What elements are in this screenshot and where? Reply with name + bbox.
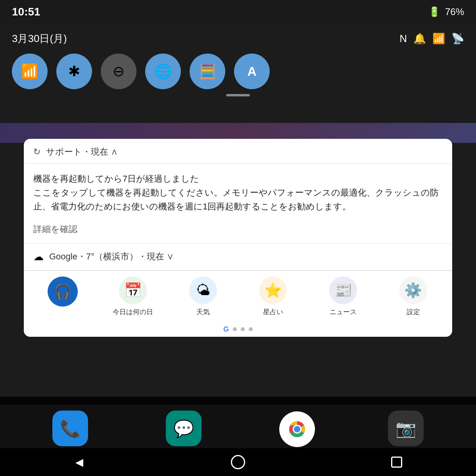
wifi-status-icon: 📶 bbox=[432, 33, 445, 45]
status-icons-group: 🔋 76% bbox=[428, 6, 464, 17]
signal-icon: 📡 bbox=[451, 33, 464, 45]
weather-label: 天気 bbox=[196, 307, 210, 317]
restart-icon: ↻ bbox=[33, 147, 40, 157]
calendar-icon: 📅 bbox=[119, 276, 147, 304]
app-shortcut-calendar[interactable]: 📅 今日は何の日 bbox=[98, 276, 168, 317]
horoscope-icon: ⭐ bbox=[259, 276, 287, 304]
tile-bluetooth[interactable]: ✱ bbox=[56, 54, 92, 89]
date-row: 3月30日(月) N 🔔 📶 📡 bbox=[12, 32, 464, 46]
battery-percentage: 76% bbox=[445, 6, 464, 17]
status-bar: 10:51 🔋 76% bbox=[0, 0, 476, 24]
nav-bar: ◀ bbox=[0, 448, 476, 476]
phone-emoji: 📞 bbox=[60, 419, 81, 438]
support-icon: 🎧 bbox=[48, 276, 78, 307]
camera-emoji: 📷 bbox=[395, 419, 416, 438]
weather-text: Google・7°（横浜市）・現在 ∨ bbox=[49, 251, 174, 263]
handle-bar bbox=[226, 94, 250, 96]
weather-app-icon: 🌤 bbox=[189, 276, 217, 304]
chrome-svg bbox=[285, 417, 309, 441]
news-emoji: 📰 bbox=[334, 282, 352, 299]
app-shortcut-settings[interactable]: ⚙️ 設定 bbox=[378, 276, 448, 317]
quick-settings-panel: 3月30日(月) N 🔔 📶 📡 📶 ✱ ⊖ 🌐 🧮 A bbox=[0, 24, 476, 113]
app-shortcut-weather[interactable]: 🌤 天気 bbox=[168, 276, 238, 317]
messages-emoji: 💬 bbox=[173, 419, 194, 438]
news-label: ニュース bbox=[330, 307, 357, 317]
dnd-icon: ⊖ bbox=[113, 63, 125, 80]
quick-tiles-row: 📶 ✱ ⊖ 🌐 🧮 A bbox=[12, 54, 464, 89]
g-logo-small: G bbox=[223, 325, 229, 334]
status-time: 10:51 bbox=[12, 6, 40, 18]
globe-icon: 🌐 bbox=[154, 63, 172, 80]
battery-icon: 🔋 bbox=[428, 6, 440, 17]
settings-icon: ⚙️ bbox=[399, 276, 427, 304]
svg-point-3 bbox=[294, 426, 300, 432]
headphone-icon: 🎧 bbox=[54, 283, 72, 300]
news-icon: 📰 bbox=[329, 276, 357, 304]
back-button[interactable]: ◀ bbox=[69, 452, 89, 472]
top-status-icons: N 🔔 📶 📡 bbox=[399, 33, 464, 45]
notif-header[interactable]: ↻ サポート・現在 ∧ bbox=[24, 139, 452, 164]
drag-handle[interactable] bbox=[12, 89, 464, 101]
home-circle-icon bbox=[231, 455, 245, 469]
home-button[interactable] bbox=[228, 452, 248, 472]
messages-app-icon: 💬 bbox=[166, 411, 202, 446]
dot-3 bbox=[249, 327, 253, 331]
notif-detail-link[interactable]: 詳細を確認 bbox=[33, 224, 77, 234]
app-shortcut-support[interactable]: 🎧 bbox=[28, 276, 98, 317]
cloud-icon: ☁ bbox=[33, 251, 44, 263]
bluetooth-icon: ✱ bbox=[68, 63, 80, 80]
dot-1 bbox=[233, 327, 237, 331]
font-icon: A bbox=[247, 64, 256, 79]
tile-font[interactable]: A bbox=[234, 54, 270, 89]
date-text: 3月30日(月) bbox=[12, 32, 67, 46]
nfc-icon: N bbox=[399, 33, 407, 45]
tile-dnd[interactable]: ⊖ bbox=[101, 54, 136, 89]
camera-app-icon: 📷 bbox=[388, 411, 424, 446]
silent-icon: 🔔 bbox=[413, 33, 426, 45]
weather-emoji: 🌤 bbox=[196, 282, 210, 299]
wifi-icon: 📶 bbox=[21, 63, 39, 80]
recents-button[interactable] bbox=[387, 452, 407, 472]
app-shortcuts-row: 🎧 📅 今日は何の日 🌤 天気 ⭐ 星占い 📰 ニュース bbox=[24, 271, 452, 322]
app-shortcut-news[interactable]: 📰 ニュース bbox=[308, 276, 378, 317]
app-shortcut-horoscope[interactable]: ⭐ 星占い bbox=[238, 276, 308, 317]
notif-body: 機器を再起動してから7日が経過しましたここをタップして機器を再起動してください。… bbox=[24, 164, 452, 243]
tile-globe[interactable]: 🌐 bbox=[145, 54, 181, 89]
settings-label: 設定 bbox=[407, 307, 420, 317]
tile-calculator[interactable]: 🧮 bbox=[190, 54, 225, 89]
tile-wifi[interactable]: 📶 bbox=[12, 54, 48, 89]
chrome-app-icon bbox=[279, 411, 315, 447]
calculator-icon: 🧮 bbox=[199, 63, 217, 80]
dot-2 bbox=[241, 327, 245, 331]
notification-card[interactable]: ↻ サポート・現在 ∧ 機器を再起動してから7日が経過しましたここをタップして機… bbox=[24, 139, 452, 337]
star-emoji: ⭐ bbox=[264, 282, 282, 299]
settings-emoji: ⚙️ bbox=[404, 282, 422, 299]
weather-notification[interactable]: ☁ Google・7°（横浜市）・現在 ∨ bbox=[24, 244, 452, 270]
calendar-label: 今日は何の日 bbox=[113, 307, 153, 317]
notif-body-text: 機器を再起動してから7日が経過しましたここをタップして機器を再起動してください。… bbox=[33, 172, 443, 214]
dots-indicator: G bbox=[24, 322, 452, 337]
notif-title: サポート・現在 ∧ bbox=[46, 146, 443, 158]
calendar-emoji: 📅 bbox=[124, 282, 142, 299]
horoscope-label: 星占い bbox=[263, 307, 283, 317]
phone-app-icon: 📞 bbox=[52, 411, 88, 446]
recents-square-icon bbox=[391, 457, 402, 468]
